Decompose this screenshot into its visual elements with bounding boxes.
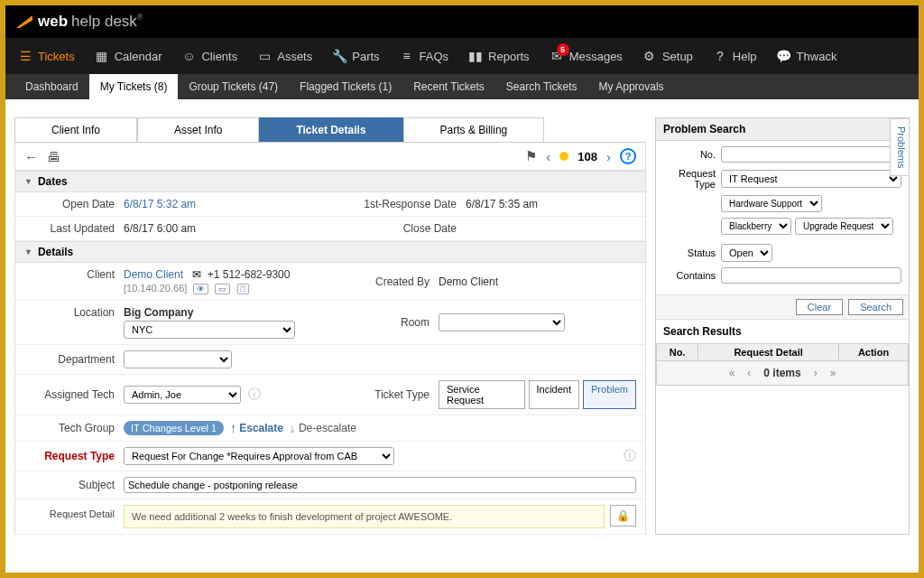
subnav-recent[interactable]: Recent Tickets [402, 74, 495, 99]
client-value[interactable]: Demo Client [124, 268, 183, 281]
card-icon[interactable]: ▭ [215, 284, 230, 294]
help-button[interactable]: ? [620, 148, 636, 164]
department-label: Department [24, 353, 124, 366]
nav-messages[interactable]: ✉5Messages [550, 49, 623, 63]
location-value: Big Company [124, 306, 295, 319]
request-detail-label: Request Detail [24, 505, 124, 519]
assigned-tech-select[interactable]: Admin, Joe [124, 386, 241, 404]
room-select[interactable] [439, 313, 565, 331]
clear-button[interactable]: Clear [796, 299, 843, 315]
col-action[interactable]: Action [838, 344, 908, 361]
print-button[interactable]: 🖶 [47, 149, 60, 164]
nav-faqs[interactable]: ≡FAQs [400, 49, 449, 63]
ps-contains-label: Contains [663, 270, 716, 281]
next-ticket[interactable]: › [606, 149, 611, 164]
nav-calendar[interactable]: ▦Calendar [95, 49, 162, 63]
subject-label: Subject [24, 479, 124, 491]
nav-label: Parts [352, 50, 379, 63]
mail-icon[interactable]: ✉ [192, 268, 201, 281]
nav-clients[interactable]: ☺Clients [181, 49, 237, 63]
nav-setup[interactable]: ⚙Setup [642, 49, 693, 63]
location-label: Location [24, 306, 124, 319]
request-detail-box[interactable]: We need additional 2 weeks to finish dev… [124, 505, 605, 528]
sub-nav: Dashboard My Tickets (8) Group Tickets (… [5, 74, 919, 99]
search-button[interactable]: Search [848, 299, 903, 315]
type-problem[interactable]: Problem [583, 380, 636, 409]
main-nav: ☰Tickets ▦Calendar ☺Clients ▭Assets 🔧Par… [5, 38, 919, 74]
escalate-link[interactable]: Escalate [239, 422, 283, 434]
subnav-group-tickets[interactable]: Group Tickets (47) [178, 74, 289, 99]
section-label: Dates [38, 175, 68, 188]
subnav-flagged[interactable]: Flagged Tickets (1) [289, 74, 402, 99]
first-response-value: 6/8/17 5:35 am [466, 198, 538, 210]
info-icon[interactable]: ⓘ [248, 387, 261, 403]
nav-label: Clients [201, 50, 237, 63]
view-icon[interactable]: 👁 [193, 284, 208, 294]
screen-icon[interactable]: □ [237, 284, 249, 294]
pager-prev[interactable]: ‹ [747, 367, 751, 379]
speech-icon: 💬 [777, 49, 791, 63]
nav-assets[interactable]: ▭Assets [257, 49, 312, 63]
nav-thwack[interactable]: 💬Thwack [777, 49, 837, 63]
subnav-my-tickets[interactable]: My Tickets (8) [89, 74, 179, 99]
pager-first[interactable]: « [729, 367, 735, 379]
problems-side-tab[interactable]: Problems [890, 118, 910, 176]
collapse-icon: ▼ [24, 177, 32, 186]
request-type-label: Request Type [24, 450, 124, 462]
chart-icon: ▮▮ [468, 49, 483, 63]
monitor-icon: ▭ [257, 49, 272, 63]
ps-status-label: Status [663, 247, 716, 258]
type-incident[interactable]: Incident [529, 380, 580, 409]
type-service-request[interactable]: Service Request [439, 380, 525, 409]
pager-last[interactable]: » [830, 367, 836, 379]
nav-parts[interactable]: 🔧Parts [332, 49, 379, 63]
last-updated-value: 6/8/17 6:00 am [124, 222, 196, 235]
back-button[interactable]: ← [24, 149, 38, 164]
ps-chain3-select[interactable]: Upgrade Request [795, 218, 893, 235]
subnav-search[interactable]: Search Tickets [495, 74, 588, 99]
pager-next[interactable]: › [814, 367, 818, 379]
created-by-value: Demo Client [439, 275, 498, 288]
section-dates[interactable]: ▼Dates [14, 171, 646, 192]
results-pager: « ‹ 0 items › » [656, 361, 909, 386]
detail-tabs: Client Info Asset Info Ticket Details Pa… [14, 117, 646, 143]
list-icon: ☰ [18, 49, 32, 63]
nav-label: Help [733, 50, 757, 63]
subnav-approvals[interactable]: My Approvals [588, 74, 675, 99]
subject-input[interactable] [124, 477, 636, 493]
info-icon[interactable]: ⓘ [624, 448, 636, 464]
gear-icon: ⚙ [642, 49, 657, 63]
arrow-down-icon: ↓ [290, 421, 296, 435]
top-bar: webhelp desk® [5, 5, 919, 38]
location-select[interactable]: NYC [124, 321, 295, 339]
ps-contains-input[interactable] [721, 267, 901, 284]
col-no[interactable]: No. [657, 344, 698, 361]
department-select[interactable] [124, 350, 232, 368]
nav-reports[interactable]: ▮▮Reports [468, 49, 530, 63]
nav-tickets[interactable]: ☰Tickets [18, 49, 75, 63]
col-detail[interactable]: Request Detail [698, 344, 839, 361]
search-results-title: Search Results [656, 320, 909, 343]
flag-icon[interactable]: ⚑ [525, 148, 537, 164]
deescalate-link[interactable]: De-escalate [299, 422, 356, 434]
tab-ticket-details[interactable]: Ticket Details [259, 117, 402, 142]
nav-help[interactable]: ?Help [713, 49, 757, 63]
ps-no-input[interactable] [721, 146, 901, 163]
ps-chain2-select[interactable]: Blackberry [721, 218, 791, 235]
tab-parts-billing[interactable]: Parts & Billing [403, 117, 545, 142]
section-details[interactable]: ▼Details [14, 241, 646, 263]
ps-status-select[interactable]: Open [721, 244, 772, 262]
brand-light: help desk [71, 13, 137, 30]
lock-button[interactable]: 🔒 [610, 505, 636, 527]
nav-label: Calendar [115, 50, 162, 63]
tech-group-label: Tech Group [24, 422, 124, 434]
nav-label: FAQs [420, 50, 449, 63]
subnav-dashboard[interactable]: Dashboard [14, 74, 89, 99]
request-type-select[interactable]: Request For Change *Requires Approval fr… [124, 447, 394, 465]
prev-ticket[interactable]: ‹ [546, 149, 550, 164]
ps-rtype-select[interactable]: IT Request [721, 170, 901, 188]
logo-swoosh-icon [16, 15, 32, 28]
ps-chain1-select[interactable]: Hardware Support [721, 195, 822, 212]
tab-asset-info[interactable]: Asset Info [137, 117, 259, 142]
tab-client-info[interactable]: Client Info [14, 117, 137, 142]
